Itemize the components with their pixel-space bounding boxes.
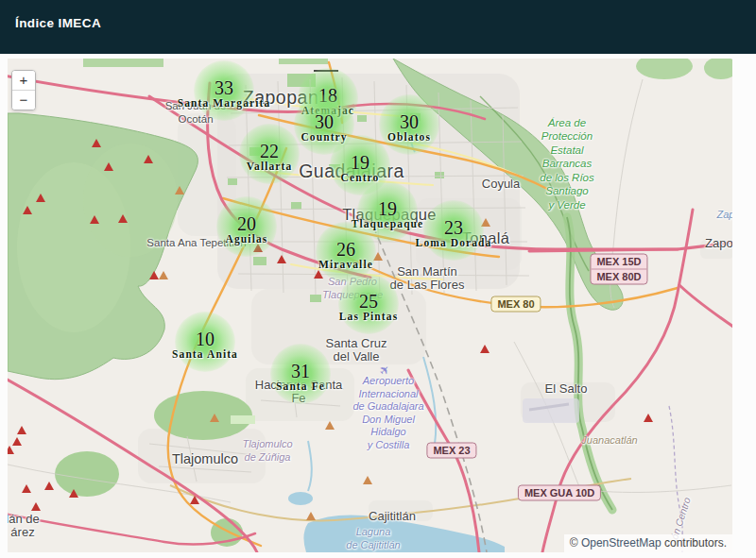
stations-layer: 33Santa Margarita18Atemajac30Country30Ob… — [8, 59, 732, 552]
station-imeca-value: 19 — [378, 198, 397, 220]
station-name: Santa Margarita — [178, 97, 271, 109]
zoom-in-button[interactable]: + — [12, 71, 35, 90]
station-name: Oblatos — [387, 131, 431, 143]
station-imeca-value: 23 — [444, 217, 463, 239]
station-imeca-value: 33 — [215, 77, 233, 99]
station-imeca-value: 25 — [359, 291, 378, 313]
station-imeca-value: 30 — [315, 111, 334, 133]
station-name: Las Pintas — [339, 311, 398, 322]
station-imeca-value: 26 — [336, 239, 355, 261]
zoom-out-button[interactable]: − — [12, 91, 35, 110]
station-name: Loma Dorada — [416, 237, 492, 248]
map-attribution: © OpenStreetMap contributors. — [564, 534, 732, 552]
osm-link[interactable]: OpenStreetMap — [581, 536, 662, 550]
station-imeca-value: 30 — [400, 111, 419, 133]
station-name: Santa Anita — [172, 348, 238, 360]
attribution-prefix: © — [570, 536, 581, 550]
attribution-suffix: contributors. — [662, 536, 727, 550]
station-name: Centro — [341, 172, 380, 183]
imeca-map[interactable]: San Juan deOcotánZapopanGuadalajaraTlaqu… — [8, 59, 732, 552]
station-name: Miravalle — [318, 259, 373, 270]
station-imeca-value: 22 — [260, 141, 279, 162]
station-imeca-value: 19 — [351, 152, 369, 174]
page: Índice IMECA — [0, 0, 756, 558]
station-name: Santa Fe — [276, 380, 325, 392]
app-header: Índice IMECA — [0, 0, 756, 54]
station-imeca-value: 20 — [237, 213, 256, 235]
station-imeca-value: 10 — [196, 329, 215, 350]
station-imeca-value: 31 — [291, 361, 310, 382]
page-title: Índice IMECA — [15, 16, 101, 30]
station-name: Vallarta — [247, 161, 293, 172]
station-name: Aguilas — [226, 233, 268, 245]
zoom-control: + − — [11, 70, 36, 110]
